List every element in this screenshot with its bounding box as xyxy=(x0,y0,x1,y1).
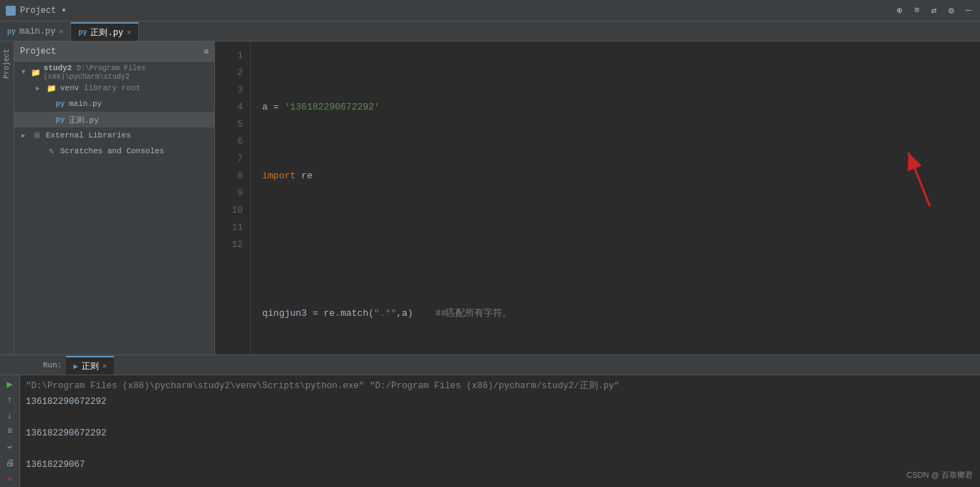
output-line-6 xyxy=(26,473,974,487)
tree-arrow-study2: ▼ xyxy=(21,69,29,76)
soft-wrap-icon[interactable]: ↩ xyxy=(4,441,16,453)
run-button[interactable]: ▶ xyxy=(4,378,16,390)
project-tree: ▼ 📁 study2 D:\Program Files (x86)\pychar… xyxy=(14,62,214,355)
scratch-icon: ✎ xyxy=(46,145,57,157)
print-icon[interactable]: 🖨 xyxy=(4,457,16,468)
line-numbers: 1 2 3 4 5 6 7 8 9 10 11 12 xyxy=(215,42,251,355)
minimize-icon[interactable]: — xyxy=(963,5,974,16)
folder-icon-venv: 📁 xyxy=(46,82,57,94)
scroll-up-icon[interactable]: ↑ xyxy=(4,394,16,405)
tree-label-study2: study2 D:\Program Files (x86)\pycharm\st… xyxy=(44,64,214,81)
top-bar-icons: ⊕ ≡ ⇄ ⚙ — xyxy=(894,5,974,16)
project-panel: Project ⚙ ▼ 📁 study2 D:\Program Files (x… xyxy=(14,42,215,355)
tree-label-venv: venv library root xyxy=(60,84,140,92)
run-label: Run: xyxy=(43,361,62,370)
bottom-left-icons: ▶ ↑ ↓ ≡ ↩ 🖨 ✕ xyxy=(0,375,20,487)
code-line-4: qingjun3 = re.match(".*",a) ##匹配所有字符。 xyxy=(262,305,969,322)
bottom-tab-zhengze-label: 正则 xyxy=(82,360,99,372)
project-panel-title: Project xyxy=(20,47,56,57)
tab-main-py-label: main.py xyxy=(19,26,55,37)
align-icon[interactable]: ≡ xyxy=(4,425,16,437)
tree-label-zhengze-py: 正则.py xyxy=(69,115,99,125)
terminal-output[interactable]: "D:\Program Files (x86)\pycharm\study2\v… xyxy=(20,375,980,487)
tree-label-scratches: Scratches and Consoles xyxy=(60,147,164,155)
tree-item-ext-libs[interactable]: ▶ ⊞ External Libraries xyxy=(14,127,214,143)
zhengze-py-icon: py xyxy=(78,29,87,37)
output-line-1: 136182290672292 xyxy=(26,394,974,410)
main-content: Project Project ⚙ ▼ 📁 study2 D:\Program … xyxy=(0,42,980,355)
bottom-content: ▶ ↑ ↓ ≡ ↩ 🖨 ✕ "D:\Program Files (x86)\py… xyxy=(0,375,980,487)
tree-item-zhengze-py[interactable]: py 正则.py xyxy=(14,112,214,127)
tab-main-py-close[interactable]: ✕ xyxy=(59,27,63,36)
tree-arrow-ext-libs: ▶ xyxy=(21,132,30,140)
code-editor[interactable]: 1 2 3 4 5 6 7 8 9 10 11 12 a = '13618229… xyxy=(215,42,980,355)
output-line-4 xyxy=(26,441,974,457)
tree-item-venv[interactable]: ▶ 📁 venv library root xyxy=(14,80,214,96)
tree-arrow-venv: ▶ xyxy=(36,85,44,92)
folder-icon-study2: 📁 xyxy=(31,67,41,78)
bottom-tab-zhengze[interactable]: ▶ 正则 ✕ xyxy=(66,356,114,375)
output-line-2 xyxy=(26,410,974,425)
bottom-panel: Run: ▶ 正则 ✕ ▶ ↑ ↓ ≡ ↩ 🖨 ✕ "D:\Program Fi… xyxy=(0,355,980,487)
lib-icon-ext: ⊞ xyxy=(32,130,43,141)
project-panel-header: Project ⚙ xyxy=(14,42,214,62)
bottom-tab-close[interactable]: ✕ xyxy=(102,362,107,370)
swap-icon[interactable]: ⇄ xyxy=(928,5,940,16)
project-settings-icon[interactable]: ⚙ xyxy=(203,47,208,56)
tree-label-ext-libs: External Libraries xyxy=(46,131,131,140)
main-py-icon: py xyxy=(7,28,16,36)
tab-main-py[interactable]: py main.py ✕ xyxy=(0,22,71,41)
tab-zhengze-py-label: 正则.py xyxy=(90,26,123,39)
tab-zhengze-py-close[interactable]: ✕ xyxy=(127,28,131,37)
editor-tab-bar: py main.py ✕ py 正则.py ✕ xyxy=(0,21,980,42)
code-line-2: import re xyxy=(262,168,969,185)
output-line-5: 13618229067 xyxy=(26,457,974,473)
list-icon[interactable]: ≡ xyxy=(911,5,923,16)
top-bar: Project ▾ ⊕ ≡ ⇄ ⚙ — xyxy=(0,0,980,21)
add-icon[interactable]: ⊕ xyxy=(894,5,905,16)
tree-item-scratches[interactable]: ✎ Scratches and Consoles xyxy=(14,143,214,159)
tree-label-main-py: main.py xyxy=(69,100,102,108)
editor-area: 1 2 3 4 5 6 7 8 9 10 11 12 a = '13618229… xyxy=(215,42,980,355)
top-bar-left: Project ▾ xyxy=(6,5,67,16)
bottom-tab-bar: Run: ▶ 正则 ✕ xyxy=(0,355,980,375)
project-panel-header-icons: ⚙ xyxy=(203,47,208,56)
project-dropdown[interactable]: Project ▾ xyxy=(20,5,67,16)
watermark: CSDN @ 百恭卿君 xyxy=(907,467,973,483)
tab-zhengze-py[interactable]: py 正则.py ✕ xyxy=(71,22,139,41)
py-icon-zhengze: py xyxy=(54,114,66,125)
run-icon: ▶ xyxy=(73,362,78,371)
code-line-3 xyxy=(262,236,969,254)
terminal-cmd-line: "D:\Program Files (x86)\pycharm\study2\v… xyxy=(26,378,974,394)
project-side-tab[interactable]: Project xyxy=(1,44,12,83)
tree-item-study2[interactable]: ▼ 📁 study2 D:\Program Files (x86)\pychar… xyxy=(14,64,214,80)
side-tab-bar: Project xyxy=(0,42,14,355)
code-line-1: a = '136182290672292' xyxy=(262,99,969,116)
app-icon xyxy=(6,6,16,16)
py-icon-main: py xyxy=(54,98,66,110)
code-content[interactable]: a = '136182290672292' import re qingjun3… xyxy=(251,42,980,355)
scroll-down-icon[interactable]: ↓ xyxy=(4,410,16,421)
settings-icon[interactable]: ⚙ xyxy=(946,5,957,16)
tree-item-main-py[interactable]: py main.py xyxy=(14,96,214,112)
delete-icon[interactable]: ✕ xyxy=(4,473,16,484)
output-line-3: 136182290672292 xyxy=(26,425,974,441)
